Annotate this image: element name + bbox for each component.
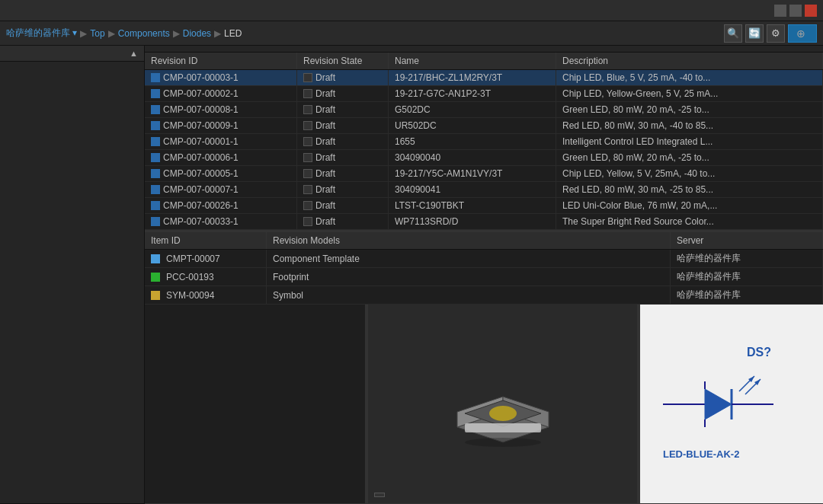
table-header: Revision ID Revision State Name Descript… xyxy=(145,53,823,70)
svg-marker-9 xyxy=(705,389,732,419)
revision-state: Draft xyxy=(315,120,335,131)
item-model-type: Symbol xyxy=(267,286,671,304)
table-row[interactable]: CMP-007-00006-1 Draft 304090040 Green LE… xyxy=(145,150,823,166)
col-description[interactable]: Description xyxy=(556,53,823,69)
state-checkbox[interactable] xyxy=(303,105,312,114)
sidebar-header: ▲ xyxy=(0,46,144,62)
revision-state: Draft xyxy=(315,88,335,99)
revision-state: Draft xyxy=(315,216,335,227)
minimize-button[interactable] xyxy=(774,5,786,17)
table-row[interactable]: CMP-007-00033-1 Draft WP7113SRD/D The Su… xyxy=(145,214,823,230)
properties-panel xyxy=(145,305,366,503)
state-checkbox[interactable] xyxy=(303,169,312,178)
revision-state: Draft xyxy=(315,184,335,195)
item-row[interactable]: PCC-00193 Footprint 哈萨维的器件库 xyxy=(145,268,823,286)
item-server: 哈萨维的器件库 xyxy=(671,268,823,285)
revision-id: CMP-007-00008-1 xyxy=(163,104,239,115)
model-badge xyxy=(374,493,385,497)
component-desc: Chip LED, Yellow, 5 V, 25mA, -40 to... xyxy=(556,166,823,181)
refresh-button[interactable]: 🔄 xyxy=(745,24,764,43)
add-component-button[interactable]: ⊕ xyxy=(788,24,817,43)
revision-id: CMP-007-00009-1 xyxy=(163,120,239,131)
state-checkbox[interactable] xyxy=(303,89,312,98)
component-name: 1655 xyxy=(389,134,556,149)
symbol-view: DS? xyxy=(640,305,823,503)
table-row[interactable]: CMP-007-00007-1 Draft 304090041 Red LED,… xyxy=(145,182,823,198)
item-col-models[interactable]: Revision Models xyxy=(267,232,671,249)
col-revision-state[interactable]: Revision State xyxy=(297,53,389,69)
component-desc: Chip LED, Yellow-Green, 5 V, 25 mA... xyxy=(556,86,823,101)
component-desc: Green LED, 80 mW, 20 mA, -25 to... xyxy=(556,150,823,165)
state-checkbox[interactable] xyxy=(303,217,312,226)
svg-point-6 xyxy=(465,438,541,447)
breadcrumb-top[interactable]: Top xyxy=(90,28,104,39)
row-color-indicator xyxy=(151,217,160,226)
revision-state: Draft xyxy=(315,136,335,147)
row-color-indicator xyxy=(151,137,160,146)
state-checkbox[interactable] xyxy=(303,73,312,82)
revision-id: CMP-007-00001-1 xyxy=(163,136,239,147)
close-button[interactable] xyxy=(805,5,817,17)
breadcrumb-diodes[interactable]: Diodes xyxy=(183,28,211,39)
breadcrumb-root[interactable]: 哈萨维的器件库 ▾ xyxy=(6,27,77,40)
svg-point-4 xyxy=(489,406,517,421)
col-revision-id[interactable]: Revision ID xyxy=(145,53,297,69)
symbol-icon xyxy=(151,291,160,300)
table-row[interactable]: CMP-007-00001-1 Draft 1655 Intelligent C… xyxy=(145,134,823,150)
row-color-indicator xyxy=(151,201,160,210)
revision-id: CMP-007-00003-1 xyxy=(163,72,239,83)
state-checkbox[interactable] xyxy=(303,137,312,146)
component-name: 19-217/BHC-ZL1M2RY/3T xyxy=(389,70,556,85)
sidebar-collapse-icon[interactable]: ▲ xyxy=(130,49,138,58)
component-desc: Intelligent Control LED Integrated L... xyxy=(556,134,823,149)
component-name: G502DC xyxy=(389,102,556,117)
state-checkbox[interactable] xyxy=(303,185,312,194)
table-row[interactable]: CMP-007-00002-1 Draft 19-217-G7C-AN1P2-3… xyxy=(145,86,823,102)
table-row[interactable]: CMP-007-00003-1 Draft 19-217/BHC-ZL1M2RY… xyxy=(145,70,823,86)
component-desc: Red LED, 80 mW, 30 mA, -40 to 85... xyxy=(556,118,823,133)
revision-id: CMP-007-00033-1 xyxy=(163,216,239,227)
revision-state: Draft xyxy=(315,200,335,211)
state-checkbox[interactable] xyxy=(303,201,312,210)
settings-button[interactable]: ⚙ xyxy=(767,24,785,43)
group-bar xyxy=(145,46,823,53)
maximize-button[interactable] xyxy=(789,5,802,17)
item-col-id[interactable]: Item ID xyxy=(145,232,267,249)
revision-state: Draft xyxy=(315,168,335,179)
search-icon-button[interactable]: 🔍 xyxy=(724,24,742,43)
revision-state: Draft xyxy=(315,152,335,163)
component-desc: LED Uni-Color Blue, 76 mW, 20 mA,... xyxy=(556,198,823,213)
item-server: 哈萨维的器件库 xyxy=(671,250,823,267)
state-checkbox[interactable] xyxy=(303,153,312,162)
component-desc: Green LED, 80 mW, 20 mA, -25 to... xyxy=(556,102,823,117)
item-model-type: Footprint xyxy=(267,268,671,285)
table-row[interactable]: CMP-007-00009-1 Draft UR502DC Red LED, 8… xyxy=(145,118,823,134)
table-row[interactable]: CMP-007-00026-1 Draft LTST-C190TBKT LED … xyxy=(145,198,823,214)
item-col-server[interactable]: Server xyxy=(671,232,823,249)
table-rows: CMP-007-00003-1 Draft 19-217/BHC-ZL1M2RY… xyxy=(145,70,823,230)
table-row[interactable]: CMP-007-00005-1 Draft 19-217/Y5C-AM1N1VY… xyxy=(145,166,823,182)
row-color-indicator xyxy=(151,185,160,194)
item-model-type: Component Template xyxy=(267,250,671,267)
row-color-indicator xyxy=(151,121,160,130)
col-name[interactable]: Name xyxy=(389,53,556,69)
component-name: LTST-C190TBKT xyxy=(389,198,556,213)
item-row[interactable]: SYM-00094 Symbol 哈萨维的器件库 xyxy=(145,286,823,305)
breadcrumb-components[interactable]: Components xyxy=(118,28,170,39)
row-color-indicator xyxy=(151,73,160,82)
svg-rect-5 xyxy=(465,423,541,432)
component-icon xyxy=(151,254,160,263)
item-row[interactable]: CMPT-00007 Component Template 哈萨维的器件库 xyxy=(145,250,823,268)
model-view xyxy=(368,305,638,503)
table-row[interactable]: CMP-007-00008-1 Draft G502DC Green LED, … xyxy=(145,102,823,118)
sidebar: ▲ xyxy=(0,46,145,504)
row-color-indicator xyxy=(151,105,160,114)
breadcrumb-led: LED xyxy=(224,28,242,39)
item-rows: CMPT-00007 Component Template 哈萨维的器件库 PC… xyxy=(145,250,823,305)
state-checkbox[interactable] xyxy=(303,121,312,130)
component-name: 19-217/Y5C-AM1N1VY/3T xyxy=(389,166,556,181)
component-name: 304090041 xyxy=(389,182,556,197)
component-name: WP7113SRD/D xyxy=(389,214,556,229)
revision-id: CMP-007-00002-1 xyxy=(163,88,239,99)
component-name: 19-217-G7C-AN1P2-3T xyxy=(389,86,556,101)
